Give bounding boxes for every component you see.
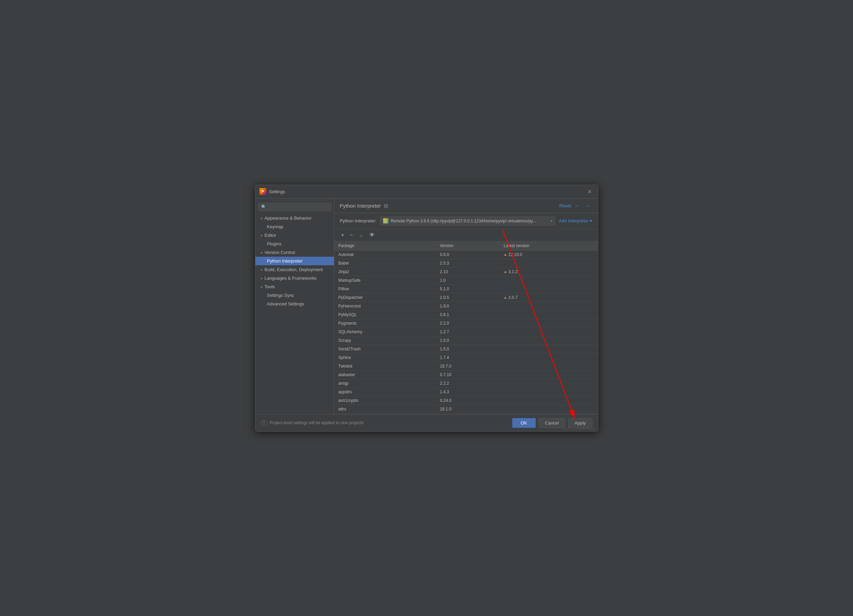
latest-version-text: 22.10.0 <box>508 252 522 257</box>
sidebar-item-settings-sync[interactable]: Settings Sync <box>255 291 334 300</box>
cancel-button[interactable]: Cancel <box>539 418 565 428</box>
sidebar-item-label-languages: Languages & Frameworks <box>265 276 317 281</box>
table-row[interactable]: MarkupSafe1.0 <box>334 276 598 284</box>
table-row[interactable]: appdirs1.4.3 <box>334 387 598 396</box>
package-version: 18.1.0 <box>436 405 500 413</box>
sidebar-item-label-python-interpreter: Python Interpreter <box>267 258 303 264</box>
package-version: 2.10 <box>436 267 500 276</box>
sidebar-item-tools[interactable]: ▸Tools <box>255 282 334 291</box>
package-name: asn1crypto <box>334 396 436 405</box>
content-header: Python Interpreter ▤ Reset ← → <box>334 199 598 213</box>
search-box[interactable]: 🔍 <box>258 203 331 211</box>
search-icon: 🔍 <box>261 205 266 209</box>
package-latest-version <box>499 310 598 319</box>
interpreter-python-icon: 🐍 <box>383 218 389 224</box>
table-row[interactable]: Twisted18.7.0 <box>334 362 598 370</box>
content-title-icon: ▤ <box>384 203 388 208</box>
table-row[interactable]: Babel2.5.3 <box>334 259 598 267</box>
package-table-container: Package Version Latest version Automat0.… <box>334 241 598 414</box>
package-name: alabaster <box>334 370 436 379</box>
ok-button[interactable]: OK <box>512 418 536 428</box>
package-version: 0.24.0 <box>436 396 500 405</box>
sidebar-item-label-editor: Editor <box>265 233 276 238</box>
sidebar-item-label-version-control: Version Control <box>265 250 295 255</box>
package-version: 2.0.5 <box>436 293 500 302</box>
table-row[interactable]: Sphinx1.7.4 <box>334 353 598 362</box>
sidebar-item-label-build: Build, Execution, Deployment <box>265 267 323 272</box>
sidebar: 🔍 ▸Appearance & BehaviorKeymap▸EditorPlu… <box>255 199 334 414</box>
table-row[interactable]: Jinja22.10▲3.1.2 <box>334 267 598 276</box>
app-icon: P <box>260 188 266 195</box>
package-name: appdirs <box>334 387 436 396</box>
table-row[interactable]: SQLAlchemy1.2.7 <box>334 328 598 336</box>
table-row[interactable]: alabaster0.7.10 <box>334 370 598 379</box>
package-name: amqp <box>334 379 436 387</box>
package-name: SQLAlchemy <box>334 328 436 336</box>
package-table: Package Version Latest version Automat0.… <box>334 241 598 414</box>
package-version: 1.9.0 <box>436 302 500 310</box>
expand-arrow-tools: ▸ <box>261 285 263 288</box>
nav-back-button[interactable]: ← <box>572 202 582 209</box>
package-table-body: Automat0.6.0▲22.10.0Babel2.5.3Jinja22.10… <box>334 250 598 414</box>
sidebar-item-version-control[interactable]: ▸Version Control <box>255 248 334 257</box>
package-version: 1.7.4 <box>436 353 500 362</box>
sidebar-item-label-appearance: Appearance & Behavior <box>265 215 312 221</box>
sidebar-item-plugins[interactable]: Plugins <box>255 240 334 248</box>
reset-button[interactable]: Reset <box>560 203 571 208</box>
table-row[interactable]: PyDispatcher2.0.5▲2.0.7 <box>334 293 598 302</box>
sidebar-item-languages[interactable]: ▸Languages & Frameworks <box>255 274 334 282</box>
table-row[interactable]: Pygments2.2.0 <box>334 319 598 328</box>
package-name: Send2Trash <box>334 344 436 353</box>
package-version: 18.7.0 <box>436 362 500 370</box>
latest-version-text: 2.0.7 <box>508 295 518 300</box>
nav-buttons: Reset ← → <box>560 202 592 209</box>
package-version: 1.2.7 <box>436 328 500 336</box>
help-icon[interactable]: ? <box>261 420 267 426</box>
package-name: Scrapy <box>334 336 436 344</box>
sidebar-item-build[interactable]: ▸Build, Execution, Deployment <box>255 265 334 274</box>
table-row[interactable]: PyMySQL0.8.1 <box>334 310 598 319</box>
package-name: Pygments <box>334 319 436 328</box>
package-latest-version <box>499 276 598 284</box>
package-toolbar: + − ▲ 👁 <box>334 229 598 241</box>
remove-package-button[interactable]: − <box>348 231 354 239</box>
table-row[interactable]: PyHamcrest1.9.0 <box>334 302 598 310</box>
sidebar-item-advanced-settings[interactable]: Advanced Settings <box>255 300 334 308</box>
table-row[interactable]: Automat0.6.0▲22.10.0 <box>334 250 598 259</box>
status-text: Project-level settings will be applied t… <box>270 420 364 425</box>
package-latest-version <box>499 302 598 310</box>
content-title-text: Python Interpreter <box>340 203 381 209</box>
package-version: 1.4.3 <box>436 387 500 396</box>
nav-forward-button[interactable]: → <box>583 202 592 209</box>
close-button[interactable]: ✕ <box>585 188 594 196</box>
sidebar-item-keymap[interactable]: Keymap <box>255 222 334 231</box>
expand-arrow-version-control: ▸ <box>261 250 263 254</box>
latest-version-text: 3.1.2 <box>508 269 518 274</box>
table-row[interactable]: Send2Trash1.5.0 <box>334 344 598 353</box>
sidebar-item-python-interpreter[interactable]: Python Interpreter <box>255 257 334 265</box>
content-title-group: Python Interpreter ▤ <box>340 203 388 209</box>
package-latest-version <box>499 387 598 396</box>
table-row[interactable]: asn1crypto0.24.0 <box>334 396 598 405</box>
apply-button[interactable]: Apply <box>568 418 592 428</box>
interpreter-label: Python Interpreter: <box>340 218 377 223</box>
show-details-button[interactable]: 👁 <box>368 231 376 239</box>
upgrade-icon: ▲ <box>504 253 507 256</box>
package-latest-version: ▲22.10.0 <box>499 250 598 259</box>
package-latest-version <box>499 405 598 413</box>
add-interpreter-button[interactable]: Add Interpreter ▾ <box>559 218 592 223</box>
table-row[interactable]: Pillow5.1.0 <box>334 284 598 293</box>
sidebar-item-label-tools: Tools <box>265 284 275 289</box>
content-area: Python Interpreter ▤ Reset ← → Python In… <box>334 199 598 414</box>
interpreter-dropdown[interactable]: 🐍 Remote Python 3.6.6 (sftp://pyvip@127.… <box>380 217 556 226</box>
sidebar-item-appearance[interactable]: ▸Appearance & Behavior <box>255 214 334 222</box>
package-version: 2.2.0 <box>436 319 500 328</box>
bottom-left: ? Project-level settings will be applied… <box>261 420 364 426</box>
move-up-button[interactable]: ▲ <box>357 231 365 239</box>
package-name: Jinja2 <box>334 267 436 276</box>
table-row[interactable]: Scrapy1.5.0 <box>334 336 598 344</box>
sidebar-item-editor[interactable]: ▸Editor <box>255 231 334 240</box>
add-package-button[interactable]: + <box>340 231 346 239</box>
table-row[interactable]: amqp2.2.2 <box>334 379 598 387</box>
table-row[interactable]: attrs18.1.0 <box>334 405 598 413</box>
